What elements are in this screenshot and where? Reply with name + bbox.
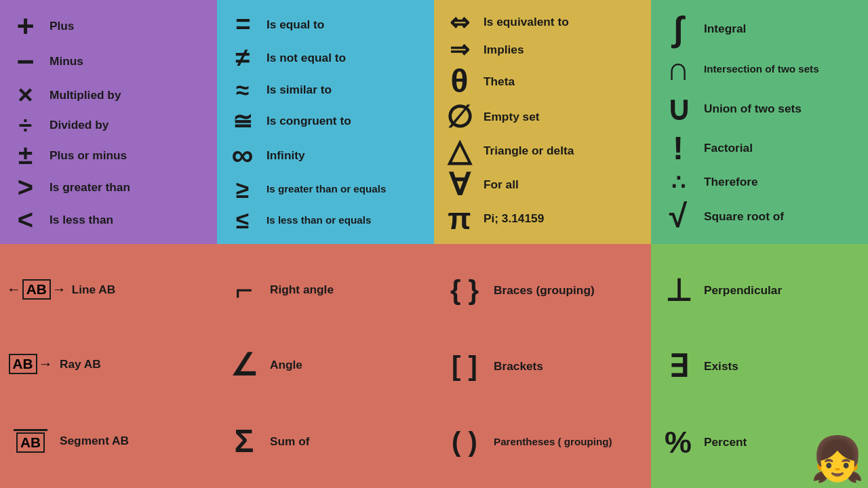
forall-symbol: ∀ [441, 169, 478, 200]
row-inf: ∞ Infinity [224, 140, 427, 170]
row-ray-ab: AB→ Ray AB [7, 354, 210, 374]
row-braces: { } Braces (grouping) [441, 277, 644, 304]
cong-symbol: ≅ [224, 109, 261, 133]
inf-symbol: ∞ [224, 140, 261, 170]
emptyset-label: Empty set [484, 110, 540, 124]
integral-label: Integral [704, 22, 746, 36]
lte-symbol: ≤ [224, 208, 261, 232]
plus-symbol: + [7, 11, 44, 41]
row-emptyset: ∅ Empty set [441, 102, 644, 132]
seg-ab-symbol: AB [7, 429, 54, 453]
factorial-label: Factorial [704, 141, 753, 155]
right-angle-label: Right angle [270, 283, 334, 297]
angle-symbol: ∠ [224, 350, 264, 380]
cell-grouping: { } Braces (grouping) [ ] Brackets ( ) P… [434, 244, 651, 488]
seg-ab-label: Segment AB [60, 434, 129, 448]
cell-logic: ⇔ Is equivalent to ⇒ Implies θ Theta ∅ E… [434, 0, 651, 244]
perp-symbol: ⊥ [658, 275, 698, 306]
plus-label: Plus [50, 19, 74, 33]
brackets-symbol: [ ] [441, 352, 488, 380]
row-gte: ≥ Is greater than or equals [224, 178, 427, 201]
cartoon-girl: 👧 [810, 434, 865, 485]
minus-label: Minus [50, 54, 83, 68]
row-therefore: ∴ Therefore [658, 171, 861, 193]
lte-label: Is less than or equals [267, 214, 371, 226]
equiv-symbol: ⇔ [441, 10, 478, 34]
pi-label: Pi; 3.14159 [484, 211, 544, 226]
union-label: Union of two sets [704, 102, 802, 116]
gt-symbol: > [7, 174, 44, 201]
times-label: Multiplied by [50, 88, 121, 102]
row-lte: ≤ Is less than or equals [224, 208, 427, 232]
gte-label: Is greater than or equals [267, 183, 386, 195]
gte-symbol: ≥ [224, 178, 261, 201]
row-cong: ≅ Is congruent to [224, 109, 427, 133]
lt-label: Is less than [50, 213, 113, 227]
row-div: ÷ Divided by [7, 113, 210, 137]
cell-angles: ⌐ Right angle ∠ Angle Σ Sum of [217, 244, 434, 488]
row-theta: θ Theta [441, 65, 644, 98]
row-forall: ∀ For all [441, 169, 644, 200]
brackets-label: Brackets [494, 359, 543, 373]
factorial-symbol: ! [658, 132, 698, 165]
row-union: ∪ Union of two sets [658, 93, 861, 125]
theta-label: Theta [484, 75, 515, 89]
row-intersect: ∩ Intersection of two sets [658, 53, 861, 85]
intersect-label: Intersection of two sets [704, 63, 819, 75]
exists-symbol: ∃ [658, 351, 698, 382]
triangle-symbol: △ [441, 136, 478, 166]
parens-symbol: ( ) [441, 428, 488, 455]
ray-ab-symbol: AB→ [7, 354, 54, 374]
neq-symbol: ≠ [224, 45, 261, 70]
approx-symbol: ≈ [224, 78, 261, 102]
integral-symbol: ∫ [658, 12, 698, 46]
row-right-angle: ⌐ Right angle [224, 274, 427, 305]
row-sum: Σ Sum of [224, 425, 427, 458]
row-pm: ± Plus or minus [7, 142, 210, 168]
cong-label: Is congruent to [267, 114, 351, 128]
angle-label: Angle [270, 358, 302, 372]
row-triangle: △ Triangle or delta [441, 136, 644, 166]
row-exists: ∃ Exists [658, 351, 861, 382]
div-symbol: ÷ [7, 113, 44, 137]
row-line-ab: ←AB→ Line AB [7, 279, 210, 300]
neq-label: Is not equal to [267, 51, 346, 65]
row-times: × Multiplied by [7, 82, 210, 108]
row-plus: + Plus [7, 11, 210, 41]
intersect-symbol: ∩ [658, 53, 698, 85]
row-integral: ∫ Integral [658, 12, 861, 46]
main-grid: + Plus − Minus × Multiplied by ÷ Divided… [0, 0, 868, 488]
cell-arithmetic: + Plus − Minus × Multiplied by ÷ Divided… [0, 0, 217, 244]
perp-label: Perpendicular [704, 283, 782, 298]
row-eq: = Is equal to [224, 12, 427, 37]
row-minus: − Minus [7, 46, 210, 77]
eq-symbol: = [224, 12, 261, 37]
row-implies: ⇒ Implies [441, 37, 644, 61]
sum-symbol: Σ [224, 425, 264, 458]
row-brackets: [ ] Brackets [441, 352, 644, 380]
parens-label: Parentheses ( grouping) [494, 436, 612, 448]
eq-label: Is equal to [267, 18, 324, 32]
row-angle: ∠ Angle [224, 350, 427, 380]
cell-lines: ←AB→ Line AB AB→ Ray AB AB [0, 244, 217, 488]
row-perp: ⊥ Perpendicular [658, 275, 861, 306]
percent-symbol: % [658, 427, 698, 458]
row-lt: < Is less than [7, 206, 210, 233]
sum-label: Sum of [270, 434, 310, 449]
sqrt-symbol: √ [658, 200, 698, 232]
approx-label: Is similar to [267, 83, 332, 97]
row-pi: π Pi; 3.14159 [441, 203, 644, 234]
times-symbol: × [7, 82, 44, 108]
union-symbol: ∪ [658, 93, 698, 125]
braces-symbol: { } [441, 277, 488, 304]
row-factorial: ! Factorial [658, 132, 861, 165]
implies-label: Implies [484, 43, 524, 57]
braces-label: Braces (grouping) [494, 283, 595, 298]
div-label: Divided by [50, 118, 108, 132]
therefore-label: Therefore [704, 175, 758, 189]
emptyset-symbol: ∅ [441, 102, 478, 132]
implies-symbol: ⇒ [441, 37, 478, 61]
gt-label: Is greater than [50, 180, 130, 195]
triangle-label: Triangle or delta [484, 144, 574, 158]
exists-label: Exists [704, 359, 738, 373]
